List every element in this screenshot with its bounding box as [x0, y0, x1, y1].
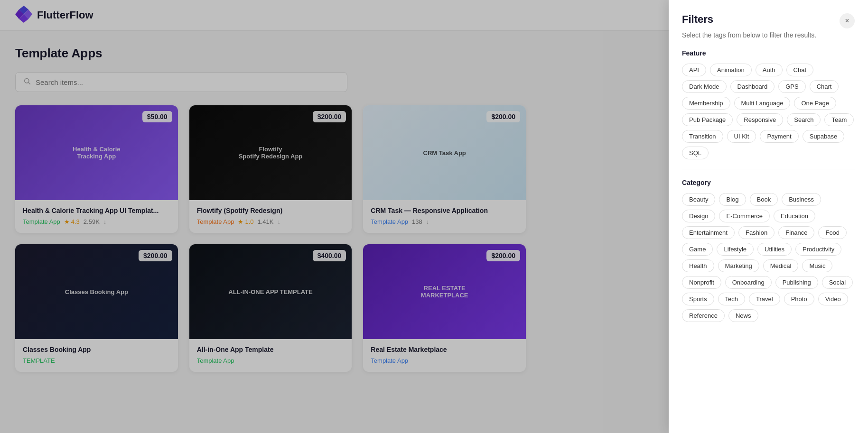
close-filter-button[interactable]: × [840, 13, 855, 28]
category-tag-pill[interactable]: Beauty [682, 193, 715, 206]
category-tag-pill[interactable]: Video [818, 293, 848, 305]
category-tag-pill[interactable]: Blog [719, 193, 746, 206]
category-tag-pill[interactable]: Food [818, 226, 847, 239]
category-section-title: Category [682, 179, 855, 186]
category-tag-pill[interactable]: Fashion [738, 226, 775, 239]
category-tag-pill[interactable]: Music [802, 259, 832, 272]
feature-tag-pill[interactable]: Payment [760, 130, 798, 143]
category-tag-pill[interactable]: Sports [682, 293, 714, 305]
category-tag-pill[interactable]: Design [682, 210, 715, 222]
category-tag-pill[interactable]: E-Commerce [719, 210, 770, 222]
feature-tag-pill[interactable]: API [682, 64, 706, 76]
feature-tag-pill[interactable]: Chat [786, 64, 813, 76]
category-tag-pill[interactable]: Social [822, 276, 853, 289]
feature-tag-pill[interactable]: Membership [682, 97, 730, 110]
feature-tag-pill[interactable]: Team [824, 113, 854, 126]
feature-tag-pill[interactable]: Transition [682, 130, 723, 143]
category-tag-pill[interactable]: Utilities [757, 243, 792, 256]
category-tag-pill[interactable]: Marketing [718, 259, 759, 272]
feature-tag-pill[interactable]: Dark Mode [682, 80, 727, 93]
category-tag-pill[interactable]: Finance [778, 226, 814, 239]
category-tag-pill[interactable]: Game [682, 243, 713, 256]
category-tag-pill[interactable]: News [728, 309, 758, 322]
category-tag-pill[interactable]: Productivity [795, 243, 841, 256]
category-tag-pill[interactable]: Tech [718, 293, 745, 305]
feature-tag-pill[interactable]: Supabase [803, 130, 845, 143]
feature-tag-pill[interactable]: Multi Language [734, 97, 791, 110]
category-tag-pill[interactable]: Reference [682, 309, 725, 322]
feature-tag-pill[interactable]: Pub Package [682, 113, 733, 126]
category-tag-pill[interactable]: Photo [784, 293, 814, 305]
filter-panel: Filters × Select the tags from below to … [669, 0, 868, 387]
category-tag-pill[interactable]: Onboarding [725, 276, 772, 289]
feature-tag-pill[interactable]: Animation [710, 64, 752, 76]
feature-tag-pill[interactable]: UI Kit [727, 130, 756, 143]
feature-tag-pill[interactable]: Responsive [737, 113, 783, 126]
feature-tag-pill[interactable]: Search [787, 113, 821, 126]
filter-title: Filters [682, 13, 713, 26]
feature-tag-pill[interactable]: GPS [778, 80, 805, 93]
category-tag-pill[interactable]: Education [774, 210, 815, 222]
category-tag-pill[interactable]: Entertainment [682, 226, 735, 239]
category-tag-pill[interactable]: Nonprofit [682, 276, 721, 289]
category-tag-pill[interactable]: Medical [763, 259, 799, 272]
category-tag-pill[interactable]: Book [750, 193, 778, 206]
category-tag-pill[interactable]: Business [782, 193, 821, 206]
filter-subtitle: Select the tags from below to filter the… [682, 31, 855, 39]
category-tags-row: BeautyBlogBookBusinessDesignE-CommerceEd… [682, 193, 855, 322]
feature-tag-pill[interactable]: Dashboard [730, 80, 775, 93]
category-tag-pill[interactable]: Lifestyle [717, 243, 754, 256]
category-tag-pill[interactable]: Travel [749, 293, 780, 305]
feature-section-title: Feature [682, 49, 855, 57]
feature-tag-pill[interactable]: Chart [810, 80, 839, 93]
feature-tag-pill[interactable]: Auth [756, 64, 783, 76]
filter-divider [682, 169, 855, 169]
feature-tag-pill[interactable]: One Page [794, 97, 836, 110]
category-tag-pill[interactable]: Health [682, 259, 714, 272]
feature-tag-pill[interactable]: SQL [682, 147, 709, 159]
filter-header: Filters × [682, 13, 855, 28]
feature-tags-row: APIAnimationAuthChatDark ModeDashboardGP… [682, 64, 855, 159]
category-tag-pill[interactable]: Publishing [775, 276, 818, 289]
